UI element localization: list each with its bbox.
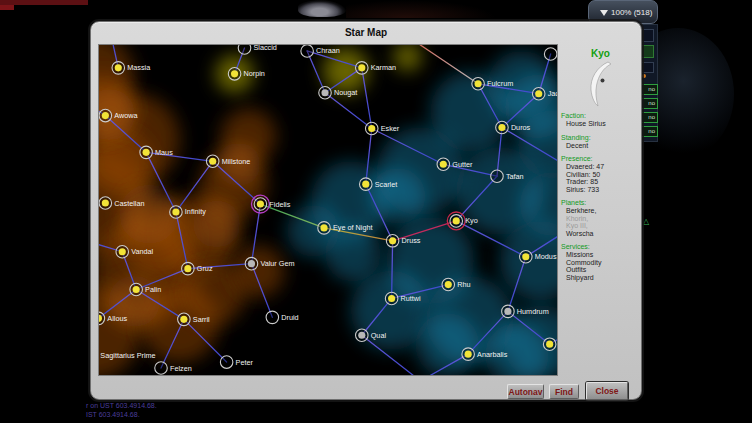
presence-item: Civilian: 50 (561, 171, 640, 179)
system-label: Kyo (465, 216, 478, 225)
system-label: Anarbalis (477, 350, 508, 359)
system-label: Millstone (222, 157, 251, 166)
faction-label: Faction: (561, 112, 640, 120)
system-label: Chraan (316, 46, 340, 55)
map-system-allous[interactable]: Allous (98, 312, 127, 325)
map-system-anarbalis[interactable]: Anarbalis (462, 348, 508, 361)
map-system-tafan[interactable]: Tafan (491, 170, 524, 183)
system-label: Karman (371, 63, 396, 72)
system-label: Druss (402, 236, 421, 245)
map-system-sarril[interactable]: Sarril (178, 313, 211, 326)
presence-item: Trader: 85 (561, 178, 640, 186)
planets-label: Planets: (561, 199, 640, 207)
standing-value: Decent (561, 142, 640, 150)
system-label: Slaccid (253, 44, 276, 52)
background-nebula-smudge (346, 0, 496, 18)
map-system-duros[interactable]: Duros (496, 121, 531, 134)
system-label: Gutter (452, 160, 473, 169)
planets-list: Berkhere,Khorin,Kyo III,Worscha (561, 207, 640, 237)
map-system-druid[interactable]: Druid (266, 311, 299, 324)
map-system-infinity[interactable]: Infinity (170, 206, 207, 219)
system-label: Eye of Night (333, 223, 373, 232)
map-system-fulcrum[interactable]: Fulcrum (472, 78, 513, 91)
log-line: IST 603.4914.68. (86, 411, 157, 420)
system-label: Modus M (535, 252, 558, 261)
map-system-sagittarius-prime[interactable]: Sagittarius Prime (98, 349, 156, 362)
system-label: Rhu (457, 280, 470, 289)
hud-percent-text: 100% (518) (611, 8, 652, 17)
system-label: Valur Gem (260, 259, 294, 268)
system-label: Nougat (334, 88, 357, 97)
map-system-scarlet[interactable]: Scarlet (360, 178, 398, 191)
map-system-eye-of-night[interactable]: Eye of Night (318, 222, 373, 235)
system-label: Sagittarius Prime (100, 351, 155, 360)
service-item: Commodity (561, 259, 640, 267)
map-system-felzen[interactable]: Felzen (155, 362, 192, 375)
system-label: Palin (145, 285, 161, 294)
autonav-button[interactable]: Autonav (507, 384, 544, 399)
map-system-valur-gem[interactable]: Valur Gem (245, 257, 294, 270)
station-sprite (298, 0, 346, 17)
services-list: MissionsCommodityOutfitsShipyard (561, 251, 640, 281)
log-line: r on UST 603.4914.68. (86, 402, 157, 411)
map-system-gruz[interactable]: Gruz (182, 262, 213, 275)
side-slot (640, 29, 654, 42)
planet-item: Khorin, (561, 215, 640, 223)
system-label: Sarril (193, 315, 210, 324)
map-system-druss[interactable]: Druss (386, 235, 421, 248)
presence-label: Presence: (561, 155, 640, 163)
star-map-svg[interactable]: MassiaSlaccidNorpinChraanKarmanNougatAwo… (98, 44, 558, 376)
faction-section: Faction: House Sirius (561, 112, 640, 128)
map-system-maus[interactable]: Maus (140, 146, 173, 159)
find-button[interactable]: Find (549, 384, 579, 399)
system-label: Humdrum (517, 307, 549, 316)
services-label: Services: (561, 243, 640, 251)
planet-item: Berkhere, (561, 207, 640, 215)
service-item: Missions (561, 251, 640, 259)
planet-item: Kyo III, (561, 222, 640, 230)
planet-item: Worscha (561, 230, 640, 238)
system-label: Jac (548, 89, 558, 98)
faction-value: House Sirius (561, 120, 640, 128)
system-label: Fulcrum (487, 79, 513, 88)
map-system-massia[interactable]: Massia (112, 62, 151, 75)
close-button[interactable]: Close (586, 382, 628, 400)
system-label: Tafan (506, 172, 524, 181)
map-system-esker[interactable]: Esker (365, 122, 399, 135)
system-label: Fidelis (269, 200, 290, 209)
map-system-chraan[interactable]: Chraan (301, 45, 340, 58)
map-system-modus-m[interactable]: Modus M (520, 250, 558, 263)
map-system-jac-north[interactable] (544, 48, 557, 61)
map-system-castellan[interactable]: Castellan (99, 197, 144, 210)
system-label: Qual (371, 331, 387, 340)
map-system-edge-se[interactable] (543, 338, 556, 351)
map-system-awowa[interactable]: Awowa (99, 109, 138, 122)
caret-down-icon (600, 10, 608, 16)
map-system-norpin[interactable]: Norpin (228, 68, 265, 81)
map-system-gutter[interactable]: Gutter (437, 158, 473, 171)
selected-system-name: Kyo (561, 48, 640, 59)
map-system-palin[interactable]: Palin (130, 283, 161, 296)
map-system-ruttwi[interactable]: Ruttwi (385, 292, 421, 305)
side-slot (640, 62, 654, 73)
map-system-vandal[interactable]: Vandal (116, 245, 154, 258)
nav-triangle-icon: △ (643, 218, 649, 226)
sirius-faction-logo-icon (588, 61, 614, 107)
hud-red-bar-small (0, 5, 14, 10)
map-system-millstone[interactable]: Millstone (206, 155, 250, 168)
map-system-nougat[interactable]: Nougat (319, 86, 358, 99)
presence-item: Sirius: 733 (561, 186, 640, 194)
system-label: Esker (381, 124, 400, 133)
map-system-humdrum[interactable]: Humdrum (502, 305, 549, 318)
system-label: Scarlet (375, 180, 398, 189)
system-label: Massia (127, 63, 151, 72)
system-label: Allous (107, 314, 127, 323)
system-label: Castellan (114, 199, 144, 208)
map-system-karman[interactable]: Karman (356, 62, 397, 75)
map-system-rhu[interactable]: Rhu (442, 278, 471, 291)
map-system-qual[interactable]: Qual (356, 329, 387, 342)
standing-label: Standing: (561, 134, 640, 142)
indicator-dot (642, 74, 646, 78)
presence-list: Dvaered: 47Civilian: 50Trader: 85Sirius:… (561, 163, 640, 193)
map-system-peter[interactable]: Peter (220, 356, 253, 369)
